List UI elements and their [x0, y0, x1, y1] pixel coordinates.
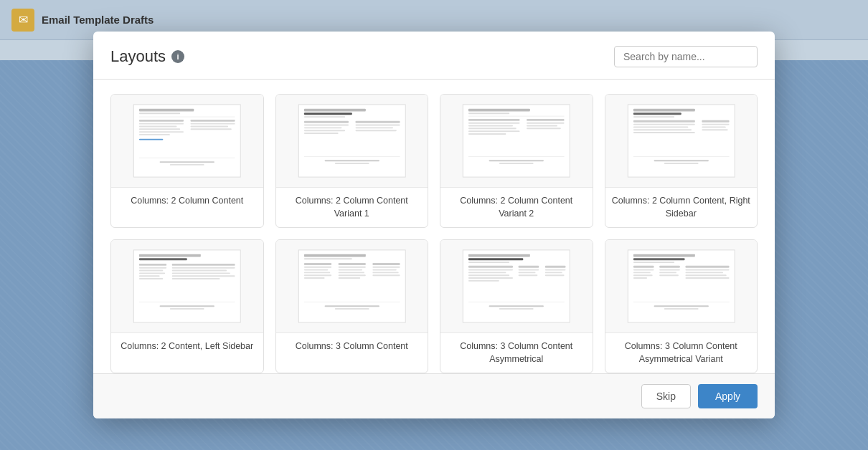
svg-rect-127	[489, 305, 544, 307]
svg-rect-129	[628, 250, 735, 322]
svg-rect-35	[468, 109, 530, 112]
svg-rect-86	[303, 254, 365, 257]
svg-rect-8	[139, 131, 184, 133]
svg-rect-88	[303, 263, 331, 265]
svg-rect-106	[324, 305, 379, 307]
svg-rect-97	[338, 272, 364, 273]
svg-rect-17	[170, 164, 204, 166]
svg-rect-140	[659, 272, 676, 273]
svg-rect-12	[191, 126, 228, 128]
svg-rect-63	[702, 129, 727, 130]
svg-rect-11	[191, 123, 235, 125]
svg-rect-108	[463, 250, 570, 322]
svg-rect-142	[685, 266, 729, 268]
layout-card-1[interactable]: Columns: 2 Column Content	[110, 94, 264, 228]
apply-button[interactable]: Apply	[698, 384, 758, 408]
svg-rect-39	[468, 123, 520, 124]
svg-rect-95	[338, 267, 365, 268]
svg-rect-22	[303, 121, 348, 123]
svg-rect-110	[468, 258, 523, 260]
svg-rect-122	[545, 266, 566, 268]
svg-rect-85	[298, 250, 405, 322]
svg-rect-87	[303, 258, 352, 259]
modal-header: Layouts i	[93, 32, 775, 79]
svg-rect-27	[355, 121, 400, 123]
skip-button[interactable]: Skip	[641, 384, 691, 408]
layout-card-5[interactable]: Columns: 2 Content, Left Sidebar	[110, 239, 264, 373]
svg-rect-65	[654, 160, 708, 161]
svg-rect-41	[468, 128, 516, 129]
svg-rect-125	[545, 274, 565, 276]
layout-preview-1	[111, 95, 263, 188]
svg-rect-93	[303, 277, 324, 279]
search-input[interactable]	[614, 46, 758, 67]
svg-rect-121	[519, 274, 538, 276]
svg-rect-148	[654, 305, 708, 307]
layout-card-3[interactable]: Columns: 2 Column Content Variant 2	[440, 94, 593, 228]
svg-rect-42	[468, 130, 520, 132]
svg-rect-67	[133, 250, 240, 322]
svg-rect-78	[172, 270, 227, 272]
svg-rect-139	[659, 269, 680, 271]
svg-rect-90	[303, 269, 327, 271]
svg-rect-84	[170, 308, 204, 310]
svg-rect-49	[489, 160, 544, 161]
svg-rect-77	[172, 267, 235, 269]
svg-rect-83	[160, 305, 214, 307]
svg-rect-33	[334, 163, 369, 164]
svg-rect-114	[468, 272, 506, 273]
svg-rect-30	[355, 130, 396, 131]
layout-label-3: Columns: 2 Column Content Variant 2	[440, 188, 593, 227]
svg-rect-128	[499, 308, 534, 310]
svg-rect-7	[139, 128, 180, 130]
svg-rect-111	[468, 262, 509, 263]
svg-rect-138	[659, 266, 680, 268]
layout-label-5: Columns: 2 Content, Left Sidebar	[111, 333, 263, 360]
svg-rect-99	[338, 277, 360, 279]
svg-rect-123	[545, 269, 566, 271]
modal-title: Layouts	[110, 47, 166, 66]
svg-rect-141	[659, 274, 679, 276]
svg-rect-24	[303, 127, 341, 128]
svg-rect-136	[633, 274, 652, 276]
svg-rect-25	[303, 130, 344, 131]
svg-rect-47	[527, 128, 561, 129]
svg-rect-6	[139, 126, 177, 128]
svg-rect-51	[628, 105, 735, 177]
svg-rect-43	[468, 133, 506, 135]
svg-rect-57	[633, 126, 687, 128]
svg-rect-94	[338, 263, 365, 265]
layout-card-7[interactable]: Columns: 3 Column Content Asymmetrical	[440, 239, 593, 373]
svg-rect-29	[355, 127, 392, 128]
svg-rect-137	[633, 277, 646, 279]
svg-rect-69	[139, 258, 187, 260]
svg-rect-124	[545, 272, 562, 273]
info-icon[interactable]: i	[171, 50, 184, 63]
svg-rect-104	[372, 274, 400, 276]
svg-rect-9	[139, 134, 170, 135]
svg-rect-53	[633, 112, 681, 115]
svg-rect-143	[685, 269, 729, 271]
svg-rect-44	[527, 119, 565, 121]
svg-rect-62	[702, 126, 725, 128]
svg-rect-10	[191, 120, 235, 122]
svg-rect-28	[355, 125, 400, 126]
layout-card-6[interactable]: Columns: 3 Column Content	[275, 239, 429, 373]
svg-rect-72	[139, 270, 163, 272]
layout-preview-7	[440, 240, 593, 333]
layout-card-4[interactable]: Columns: 2 Column Content, Right Sidebar	[605, 94, 758, 228]
svg-rect-92	[303, 274, 331, 276]
svg-rect-131	[633, 258, 684, 260]
svg-rect-133	[633, 266, 654, 268]
svg-rect-103	[372, 272, 398, 273]
svg-rect-38	[468, 119, 520, 121]
modal-overlay: Layouts i	[0, 0, 868, 450]
svg-rect-55	[633, 120, 694, 123]
svg-rect-66	[664, 163, 698, 164]
svg-rect-16	[160, 161, 214, 163]
svg-rect-107	[334, 308, 369, 310]
layout-card-2[interactable]: Columns: 2 Column Content Variant 1	[275, 94, 429, 228]
svg-rect-13	[191, 128, 232, 130]
layout-card-8[interactable]: Columns: 3 Column Content Asymmetrical V…	[605, 239, 758, 373]
svg-rect-58	[633, 129, 691, 130]
